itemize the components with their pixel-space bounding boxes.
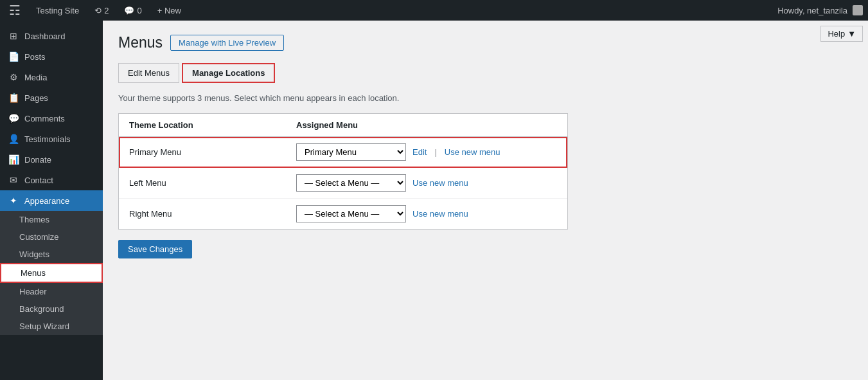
table-row-left: Left Menu — Select a Menu — Primary Menu… (119, 168, 567, 199)
comments-menu-icon: 💬 (8, 113, 19, 123)
howdy-text: Howdy, net_tanzila (777, 6, 847, 15)
posts-icon: 📄 (8, 51, 19, 62)
submenu-header[interactable]: Header (0, 283, 103, 300)
page-title: Menus (118, 33, 163, 53)
updates-icon[interactable]: ⟲ 2 (91, 3, 112, 18)
appearance-icon: ✦ (8, 195, 19, 206)
submenu-customize[interactable]: Customize (0, 228, 103, 246)
location-left: Left Menu (129, 178, 296, 188)
col-header-assigned: Assigned Menu (296, 120, 557, 130)
sidebar-item-label: Testimonials (24, 134, 71, 144)
sidebar-item-label: Media (24, 73, 47, 82)
sidebar-item-appearance[interactable]: ✦ Appearance (0, 190, 103, 211)
chevron-down-icon: ▼ (847, 29, 856, 39)
sidebar-item-testimonials[interactable]: 👤 Testimonials (0, 129, 103, 149)
comments-icon[interactable]: 💬 0 (120, 3, 145, 18)
page-header: Menus Manage with Live Preview (118, 33, 853, 53)
testimonials-icon: 👤 (8, 134, 19, 144)
use-new-right-link[interactable]: Use new menu (412, 209, 468, 219)
sidebar-item-media[interactable]: ⚙ Media (0, 67, 103, 87)
use-new-primary-link[interactable]: Use new menu (445, 147, 500, 157)
select-right-menu[interactable]: — Select a Menu — Primary Menu (296, 205, 406, 222)
sidebar-item-label: Contact (24, 176, 53, 185)
user-avatar (853, 5, 863, 15)
tab-manage-locations[interactable]: Manage Locations (182, 63, 275, 83)
menu-tabs: Edit Menus Manage Locations (118, 63, 853, 83)
assigned-right: — Select a Menu — Primary Menu Use new m… (296, 205, 557, 222)
contact-icon: ✉ (8, 175, 19, 185)
main-content: Menus Manage with Live Preview Edit Menu… (103, 21, 868, 380)
admin-bar: ☶ Testing Site ⟲ 2 💬 0 + New Howdy, net_… (0, 0, 868, 21)
sidebar-item-donate[interactable]: 📊 Donate (0, 149, 103, 170)
sidebar-item-label: Pages (24, 93, 48, 103)
table-row-right: Right Menu — Select a Menu — Primary Men… (119, 199, 567, 229)
wp-logo-icon[interactable]: ☶ (5, 0, 24, 21)
admin-sidebar: ⊞ Dashboard 📄 Posts ⚙ Media 📋 Pages 💬 Co… (0, 21, 103, 380)
assigned-primary: Primary Menu — Select a Menu — Edit | Us… (296, 143, 557, 161)
use-new-left-link[interactable]: Use new menu (412, 178, 468, 188)
col-header-location: Theme Location (129, 120, 296, 130)
submenu-themes[interactable]: Themes (0, 211, 103, 228)
pages-icon: 📋 (8, 93, 19, 103)
sidebar-item-contact[interactable]: ✉ Contact (0, 170, 103, 190)
sidebar-item-label: Posts (24, 52, 46, 62)
appearance-submenu: Themes Customize Widgets Menus Header Ba… (0, 211, 103, 335)
submenu-widgets[interactable]: Widgets (0, 246, 103, 263)
donate-icon: 📊 (8, 154, 19, 165)
live-preview-button[interactable]: Manage with Live Preview (170, 35, 284, 51)
submenu-background[interactable]: Background (0, 300, 103, 318)
locations-table: Theme Location Assigned Menu Primary Men… (118, 113, 568, 230)
sidebar-item-label: Comments (24, 114, 65, 123)
tab-edit-menus[interactable]: Edit Menus (118, 63, 179, 83)
submenu-setup-wizard[interactable]: Setup Wizard (0, 318, 103, 335)
sidebar-item-posts[interactable]: 📄 Posts (0, 46, 103, 67)
location-primary: Primary Menu (129, 147, 296, 157)
table-header: Theme Location Assigned Menu (119, 114, 567, 137)
separator: | (434, 147, 436, 157)
save-changes-button[interactable]: Save Changes (118, 240, 192, 258)
assigned-left: — Select a Menu — Primary Menu Use new m… (296, 174, 557, 192)
info-text: Your theme supports 3 menus. Select whic… (118, 93, 853, 103)
edit-primary-link[interactable]: Edit (412, 147, 427, 157)
sidebar-item-label: Appearance (24, 196, 69, 206)
site-name[interactable]: Testing Site (32, 3, 83, 18)
submenu-menus[interactable]: Menus (0, 263, 103, 283)
location-right: Right Menu (129, 209, 296, 219)
sidebar-item-pages[interactable]: 📋 Pages (0, 87, 103, 108)
help-button[interactable]: Help ▼ (820, 26, 863, 42)
media-icon: ⚙ (8, 72, 19, 82)
sidebar-item-comments[interactable]: 💬 Comments (0, 108, 103, 129)
dashboard-icon: ⊞ (8, 31, 19, 41)
sidebar-item-label: Dashboard (24, 32, 66, 41)
select-left-menu[interactable]: — Select a Menu — Primary Menu (296, 174, 406, 192)
updates-label: ⟲ (94, 6, 102, 15)
sidebar-item-label: Donate (24, 155, 51, 165)
sidebar-item-dashboard[interactable]: ⊞ Dashboard (0, 26, 103, 46)
select-primary-menu[interactable]: Primary Menu — Select a Menu — (296, 143, 406, 161)
new-content-button[interactable]: + New (154, 3, 185, 18)
table-row-primary: Primary Menu Primary Menu — Select a Men… (119, 137, 567, 168)
